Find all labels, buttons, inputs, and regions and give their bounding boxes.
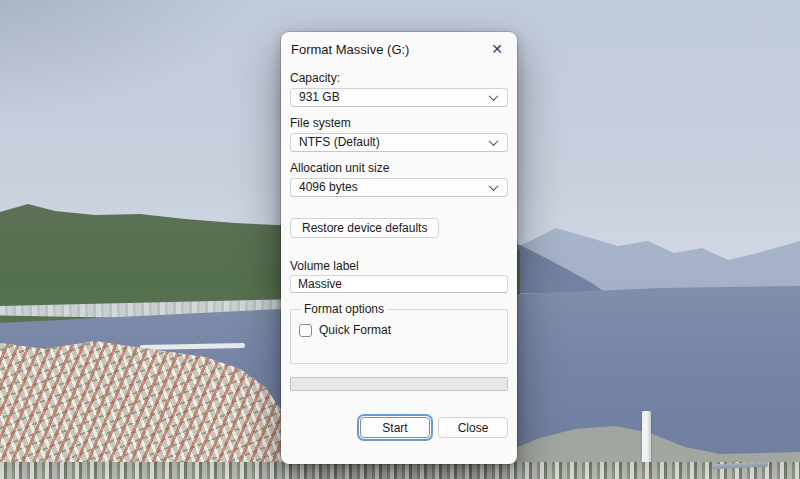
format-options-group: Format options Quick Format	[290, 302, 508, 364]
capacity-value: 931 GB	[299, 89, 490, 106]
start-button[interactable]: Start	[360, 417, 430, 438]
allocation-label: Allocation unit size	[290, 161, 508, 175]
capacity-label: Capacity:	[290, 71, 508, 85]
file-system-label: File system	[290, 116, 508, 130]
quick-format-checkbox[interactable]	[299, 324, 312, 337]
chevron-down-icon	[489, 181, 499, 191]
dialog-title: Format Massive (G:)	[291, 42, 483, 57]
dialog-close-button[interactable]: ✕	[483, 38, 511, 60]
file-system-combobox[interactable]: NTFS (Default)	[290, 133, 508, 152]
dialog-content: Capacity: 931 GB File system NTFS (Defau…	[281, 71, 517, 438]
restore-defaults-button[interactable]: Restore device defaults	[290, 218, 439, 238]
volume-label: Volume label	[290, 259, 508, 273]
capacity-combobox[interactable]: 931 GB	[290, 88, 508, 107]
desktop: Format Massive (G:) ✕ Capacity: 931 GB F…	[0, 0, 800, 479]
format-progress-bar	[290, 377, 508, 391]
wallpaper-waterfront	[0, 462, 800, 479]
dialog-buttons: Start Close	[290, 417, 508, 438]
file-system-value: NTFS (Default)	[299, 134, 490, 151]
chevron-down-icon	[489, 91, 499, 101]
allocation-value: 4096 bytes	[299, 179, 490, 196]
format-dialog: Format Massive (G:) ✕ Capacity: 931 GB F…	[281, 32, 517, 464]
close-button[interactable]: Close	[438, 417, 508, 438]
wallpaper-tower	[642, 411, 651, 464]
quick-format-row: Quick Format	[299, 323, 499, 337]
volume-label-input[interactable]	[290, 275, 508, 293]
format-options-legend: Format options	[301, 302, 387, 316]
allocation-combobox[interactable]: 4096 bytes	[290, 178, 508, 197]
close-icon: ✕	[491, 41, 503, 57]
chevron-down-icon	[489, 136, 499, 146]
dialog-titlebar: Format Massive (G:) ✕	[281, 32, 517, 62]
quick-format-label: Quick Format	[319, 323, 391, 337]
